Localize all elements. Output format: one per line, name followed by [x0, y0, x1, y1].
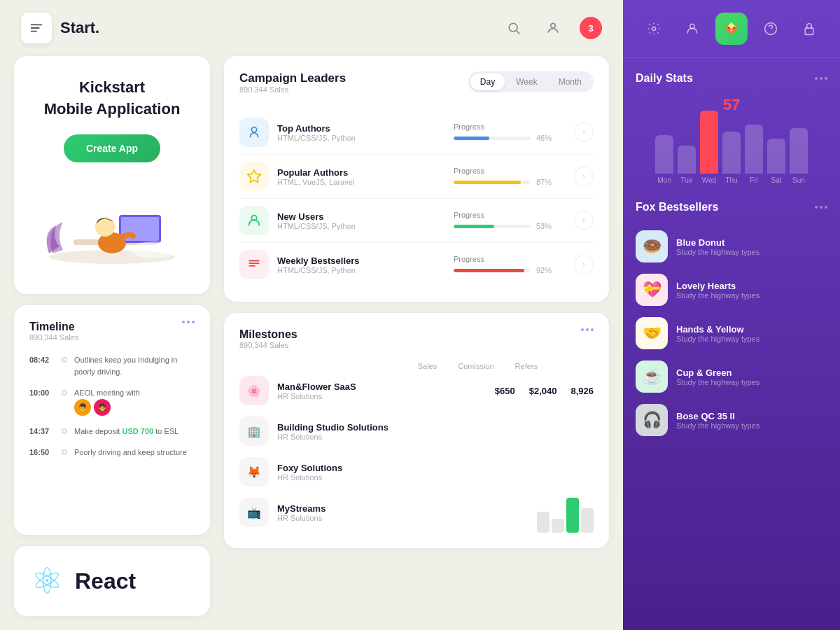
row-info: Weekly Bestsellers HTML/CSS/JS, Python: [277, 255, 445, 274]
milestone-row-header: Sales Comission Refers: [239, 362, 594, 370]
row-progress: Progress 53%: [454, 211, 566, 230]
row-icon: [239, 162, 269, 191]
milestone-icon: 🌸: [239, 376, 269, 405]
tab-month[interactable]: Month: [549, 74, 592, 90]
campaign-row: Popular Authors HTML, VueJS, Laravel Pro…: [239, 155, 594, 199]
row-arrow[interactable]: ›: [574, 122, 594, 142]
panel-icon-person[interactable]: [676, 13, 708, 45]
mini-chart: [537, 498, 594, 533]
bar-col: Thu: [722, 132, 741, 184]
bestseller-item[interactable]: 🤝 Hands & Yellow Study the highway types: [636, 312, 827, 355]
row-info: New Users HTML/CSS/JS, Python: [277, 211, 445, 230]
bestseller-image: ☕: [636, 360, 668, 393]
bestseller-image: 💝: [636, 274, 668, 306]
bestseller-item[interactable]: 🍩 Blue Donut Study the highway types: [636, 225, 827, 268]
bar-col: Fri: [745, 125, 763, 184]
panel-icons: [623, 0, 840, 58]
milestones-card: Milestones 890,344 Sales Sales Comission: [224, 313, 609, 548]
daily-stats-menu[interactable]: [815, 77, 827, 80]
header: Start. 3: [0, 0, 623, 56]
campaign-title-group: Campaign Leaders 890,344 Sales: [239, 71, 346, 104]
bestseller-image: 🎧: [636, 404, 668, 436]
timeline-title: Timeline 890,344 Sales: [29, 321, 78, 351]
kickstart-card: Kickstart Mobile Application Create App: [14, 56, 210, 294]
milestones-menu[interactable]: [581, 328, 594, 331]
logo: Start.: [21, 13, 99, 43]
bestseller-item[interactable]: ☕ Cup & Green Study the highway types: [636, 355, 827, 398]
row-progress: Progress 87%: [454, 167, 566, 186]
row-icon: [239, 118, 269, 147]
svg-rect-24: [805, 28, 813, 34]
timeline-item: 08:42 Outlines keep you Indulging in poo…: [29, 354, 195, 377]
milestones-header: Milestones 890,344 Sales: [239, 328, 594, 359]
react-label: React: [75, 568, 136, 594]
notification-badge[interactable]: 3: [580, 17, 602, 39]
svg-point-15: [652, 27, 655, 31]
timeline-menu[interactable]: [182, 321, 195, 323]
panel-icon-fox[interactable]: [715, 13, 748, 45]
bars-row: Mon Tue Wed Thu Fri: [636, 121, 827, 184]
panel-icon-help[interactable]: [755, 13, 787, 45]
search-icon[interactable]: [501, 15, 526, 41]
svg-point-5: [551, 23, 556, 28]
tab-week[interactable]: Week: [506, 74, 547, 90]
bar-col: Wed: [700, 111, 718, 184]
svg-line-4: [517, 31, 519, 34]
react-card: ⚛ React: [14, 546, 210, 616]
timeline-item: 10:00 AEOL meeting with 👦 👧: [29, 387, 195, 416]
milestone-row: 🏢 Building Studio Solutions HR Solutions: [239, 411, 537, 451]
milestone-icon: 📺: [239, 498, 269, 527]
chart-peak-value: 57: [636, 96, 827, 114]
milestone-building-row: 🏢 Building Studio Solutions HR Solutions…: [239, 411, 594, 533]
logo-text: Start.: [60, 19, 99, 37]
milestone-stats: $650 $2,040 8,926: [495, 386, 594, 396]
svg-point-20: [728, 27, 729, 28]
bar-col: Mon: [655, 135, 673, 184]
bar-col: Sat: [767, 139, 785, 184]
kickstart-title: Kickstart Mobile Application: [44, 77, 181, 120]
tab-day[interactable]: Day: [470, 74, 505, 90]
tab-group: Day Week Month: [468, 71, 594, 92]
fox-bestsellers: Fox Bestsellers 🍩 Blue Donut Study the h…: [636, 201, 827, 442]
bestseller-item[interactable]: 💝 Lovely Hearts Study the highway types: [636, 268, 827, 312]
bar-col: Sun: [790, 128, 808, 184]
svg-point-21: [734, 27, 735, 28]
bar-col: Tue: [678, 146, 696, 184]
panel-content: Daily Stats 57 Mon Tue Wed: [623, 58, 840, 630]
campaign-header: Campaign Leaders 890,344 Sales Day Week …: [239, 71, 594, 104]
campaign-row: New Users HTML/CSS/JS, Python Progress 5…: [239, 199, 594, 243]
timeline-card: Timeline 890,344 Sales 08:42 Outlines ke…: [14, 305, 210, 535]
main-column: Campaign Leaders 890,344 Sales Day Week …: [224, 56, 609, 616]
illustration: [35, 176, 189, 267]
milestone-row: 🌸 Man&Flower SaaS HR Solutions $650 $2,0…: [239, 370, 594, 411]
milestone-row: 🦊 Foxy Solutions HR Solutions: [239, 451, 537, 492]
create-app-button[interactable]: Create App: [64, 134, 160, 162]
row-arrow[interactable]: ›: [574, 255, 594, 274]
row-progress: Progress 92%: [454, 255, 566, 274]
timeline-item: 16:50 Poorly driving and keep structure: [29, 447, 195, 458]
row-info: Top Authors HTML/CSS/JS, Python: [277, 123, 445, 142]
row-arrow[interactable]: ›: [574, 167, 594, 186]
milestone-icon: 🏢: [239, 416, 269, 446]
react-logo-icon: ⚛: [31, 560, 64, 602]
right-panel: Daily Stats 57 Mon Tue Wed: [623, 0, 840, 630]
panel-icon-lock[interactable]: [793, 13, 825, 45]
svg-point-3: [509, 23, 517, 31]
daily-stats-chart: 57 Mon Tue Wed Thu: [636, 96, 827, 187]
svg-point-13: [251, 127, 256, 132]
profile-icon[interactable]: [540, 15, 566, 41]
daily-stats-header: Daily Stats: [636, 72, 827, 85]
row-progress: Progress 46%: [454, 122, 566, 142]
campaign-card: Campaign Leaders 890,344 Sales Day Week …: [224, 56, 609, 302]
bestseller-item[interactable]: 🎧 Bose QC 35 II Study the highway types: [636, 398, 827, 442]
milestones-title-group: Milestones 890,344 Sales: [239, 328, 298, 359]
row-arrow[interactable]: ›: [574, 211, 594, 230]
campaign-row: Top Authors HTML/CSS/JS, Python Progress…: [239, 111, 594, 155]
panel-icon-lightbulb[interactable]: [638, 13, 670, 45]
timeline-header: Timeline 890,344 Sales: [29, 321, 195, 351]
bestsellers-menu[interactable]: [815, 206, 827, 209]
svg-point-11: [95, 217, 115, 237]
timeline-item: 14:37 Make deposit USD 700 to ESL: [29, 426, 195, 438]
avatar: 👧: [94, 399, 111, 416]
left-column: Kickstart Mobile Application Create App: [14, 56, 210, 616]
